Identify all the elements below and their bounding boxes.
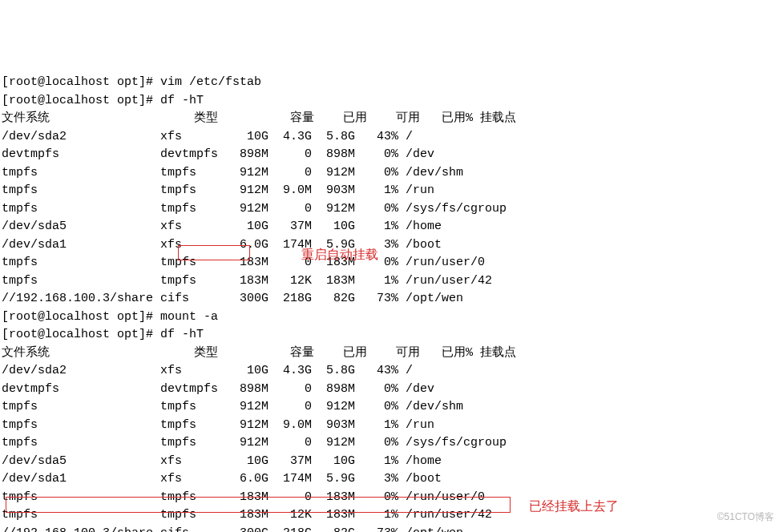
annotation-restart-auto-mount: 重启自动挂载	[301, 246, 378, 264]
watermark: ©51CTO博客	[717, 508, 774, 526]
terminal-output: [root@localhost opt]# vim /etc/fstab [ro…	[2, 74, 777, 532]
annotation-already-mounted: 已经挂载上去了	[529, 498, 619, 516]
